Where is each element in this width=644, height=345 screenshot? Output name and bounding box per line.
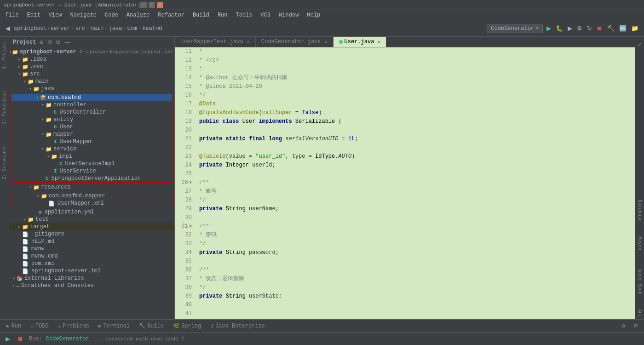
stop-btn[interactable]: ⏹ <box>595 24 604 33</box>
tree-item-springboot-server-iml[interactable]: 📄 springboot-server.iml <box>9 267 174 275</box>
tree-expand-btn[interactable]: ⊞ <box>46 39 53 46</box>
project-panel-label[interactable]: 1: Project <box>1 40 8 71</box>
minimize-btn[interactable]: ─ <box>140 2 147 8</box>
tree-item-resources[interactable]: ▾ 📁 resources <box>9 184 174 191</box>
code-line: */ <box>199 196 631 205</box>
menu-help[interactable]: Help <box>303 11 324 19</box>
menu-edit[interactable]: Edit <box>23 11 44 19</box>
debug-btn[interactable]: 🐛 <box>554 24 565 33</box>
run-expand-btn[interactable]: ⊞ <box>630 321 642 331</box>
tree-item-mvnw-cmd[interactable]: 📄 mvnw.cmd <box>9 253 174 260</box>
tree-item-impl[interactable]: ▾ 📁 impl <box>12 153 172 160</box>
tree-item-service[interactable]: ▾ 📁 service <box>12 145 172 153</box>
menu-window[interactable]: Window <box>275 11 302 19</box>
tree-settings-btn[interactable]: ⚙ <box>54 39 62 46</box>
build-btn[interactable]: 🔨 <box>605 24 616 33</box>
bottom-tab-build[interactable]: 🔨 Build <box>134 321 168 331</box>
menu-view[interactable]: View <box>45 11 66 19</box>
tree-item-java[interactable]: ▾ 📁 java <box>9 85 174 92</box>
tab-CodeGenerator[interactable]: CodeGenerator.java ✕ <box>256 37 334 47</box>
code-editor[interactable]: * * </p> * * @author 公众号：牛哄哄的柯南 * @since… <box>196 47 635 319</box>
menubar: File Edit View Navigate Code Analyze Ref… <box>0 10 644 20</box>
folder-icon: 📁 <box>51 154 58 160</box>
tree-item-external-libraries[interactable]: ▸ 📚 External Libraries <box>9 275 174 282</box>
run-bar-stop-btn[interactable]: ⏹ <box>16 334 25 343</box>
menu-vcs[interactable]: VCS <box>257 11 275 19</box>
run-config-selector[interactable]: CodeGenerator ▼ <box>487 24 543 33</box>
tree-item-HELP-md[interactable]: 📄 HELP.md <box>9 238 174 245</box>
tree-item-controller[interactable]: ▾ 📁 controller <box>12 101 172 109</box>
favorites-panel-label[interactable]: 2: Favorites <box>1 89 8 126</box>
tree-item-pom-xml[interactable]: 📄 pom.xml <box>9 260 174 267</box>
menu-code[interactable]: Code <box>101 11 122 19</box>
menu-build[interactable]: Build <box>189 11 213 19</box>
bottom-tab-spring[interactable]: 🌿 Spring <box>168 321 206 331</box>
run-settings-btn[interactable]: ⚙ <box>617 321 630 331</box>
run-btn[interactable]: ▶ <box>545 24 553 33</box>
run-another-btn[interactable]: ↻ <box>585 24 594 33</box>
tree-item-target[interactable]: ▸ 📁 target <box>9 223 174 230</box>
tab-close[interactable]: ✕ <box>324 39 327 45</box>
tree-item-main[interactable]: ▾ 📁 main <box>9 78 174 85</box>
bottom-tab-terminal[interactable]: ▶ Terminal <box>94 321 134 331</box>
left-panel-labels: 1: Project 2: Favorites Z: Structure <box>0 37 9 319</box>
menu-analyze[interactable]: Analyze <box>123 11 153 19</box>
tree-item-UserMapper-xml[interactable]: 📄 UserMapper.xml <box>12 200 172 207</box>
tree-item-SpringbootServerApplication[interactable]: C SpringbootServerApplication <box>12 175 172 182</box>
bottom-tab-java-enterprise[interactable]: J Java Enterprise <box>206 321 270 331</box>
tab-close[interactable]: ✕ <box>378 39 380 45</box>
tree-item-entity[interactable]: ▾ 📁 entity <box>12 116 172 123</box>
close-btn[interactable]: ✕ <box>157 2 163 8</box>
tree-item-UserMapper[interactable]: I UserMapper <box>12 138 172 145</box>
menu-refactor[interactable]: Refactor <box>154 11 188 19</box>
profile-btn[interactable]: ⚙ <box>575 24 584 33</box>
maven-panel-label[interactable]: Maven <box>636 235 643 252</box>
bottom-tab-todo[interactable]: ☑ TODO <box>26 321 53 331</box>
tree-item-springboot-server[interactable]: ▾ 📁 springboot-server D:\javaworkspace\s… <box>9 48 174 56</box>
sync-btn[interactable]: 🔤 <box>617 24 628 33</box>
run-with-coverage-btn[interactable]: ▶̱ <box>566 24 574 33</box>
bottom-tab-run[interactable]: ▶ Run <box>2 321 26 331</box>
class-icon: C <box>54 124 57 130</box>
tree-item-User[interactable]: C User <box>12 123 172 131</box>
tree-item-com-keafmd[interactable]: ▾ 📦 com.keafmd <box>12 94 172 101</box>
wordbook-panel-label[interactable]: Word Book <box>636 268 643 296</box>
tree-item-test[interactable]: ▸ 📁 test <box>9 216 174 223</box>
tree-collapse-btn[interactable]: — <box>63 39 71 46</box>
bottom-tab-problems[interactable]: ⚠ Problems <box>53 321 94 331</box>
menu-file[interactable]: File <box>2 11 23 19</box>
tree-item-application-yml[interactable]: ⚙ application.yml <box>9 208 174 216</box>
tab-UserMapperTest[interactable]: UserMapperTest.java ✕ <box>175 37 256 47</box>
tree-item-UserService[interactable]: I UserService <box>12 167 172 175</box>
tree-item-idea[interactable]: ▸ 📁 .idea <box>9 56 174 63</box>
menu-run[interactable]: Run <box>214 11 231 19</box>
run-bar-run-btn[interactable]: ▶ <box>4 334 12 343</box>
tree-item-mvnw[interactable]: 📄 mvnw <box>9 245 174 253</box>
menu-tools[interactable]: Tools <box>232 11 256 19</box>
maximize-btn[interactable]: □ <box>149 2 155 8</box>
open-btn[interactable]: 📁 <box>629 24 640 33</box>
tree-item-src[interactable]: ▾ 📁 src <box>9 70 174 78</box>
tree-item-mapper[interactable]: ▾ 📁 mapper <box>12 131 172 138</box>
tree-item-gitignore[interactable]: 📄 .gitignore <box>9 230 174 238</box>
ant-panel-label[interactable]: Ant <box>636 307 643 319</box>
database-panel-label[interactable]: Database <box>636 198 643 224</box>
breadcrumb-java[interactable]: java <box>109 25 122 32</box>
tree-item-scratches[interactable]: ▸ ✏ Scratches and Consoles <box>9 282 174 289</box>
tree-item-com-keafmd-mapper[interactable]: ▾ 📁 com.keafmd.mapper <box>12 192 172 200</box>
tree-item-mvn[interactable]: ▸ 📁 .mvn <box>9 63 174 70</box>
back-btn[interactable]: ◀ <box>4 24 12 33</box>
breadcrumb-com[interactable]: com <box>127 25 137 32</box>
breadcrumb-main[interactable]: main <box>90 25 104 32</box>
menu-navigate[interactable]: Navigate <box>66 11 100 19</box>
tree-item-UserServiceImpl[interactable]: C UserServiceImpl <box>12 160 172 167</box>
tree-locate-btn[interactable]: ⊕ <box>38 39 45 46</box>
tab-User[interactable]: User.java ✕ <box>334 37 387 47</box>
breadcrumb-project[interactable]: springboot-server <box>14 25 70 32</box>
structure-panel-label[interactable]: Z: Structure <box>1 144 8 181</box>
tree-item-UserController[interactable]: C UserController <box>12 109 172 116</box>
code-line: * <box>199 65 631 74</box>
breadcrumb-src[interactable]: src <box>75 25 86 32</box>
tab-close[interactable]: ✕ <box>247 39 250 45</box>
breadcrumb-keafmd[interactable]: keafmd <box>142 25 162 32</box>
